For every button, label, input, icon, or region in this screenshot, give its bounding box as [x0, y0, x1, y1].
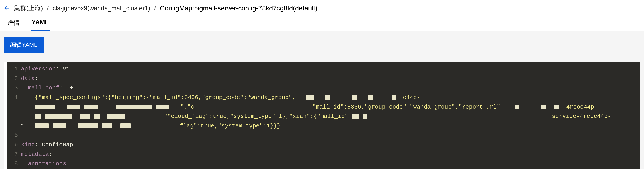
line-number — [7, 102, 21, 112]
redacted-block — [363, 114, 367, 119]
redacted-block — [67, 105, 80, 109]
redacted-block — [53, 123, 66, 128]
redacted-block — [156, 105, 169, 109]
redacted-block — [35, 123, 48, 128]
tab-yaml[interactable]: YAML — [31, 16, 50, 31]
redacted-block — [78, 123, 98, 128]
line-number: 2 — [7, 74, 21, 83]
redacted-block — [554, 105, 559, 109]
line-number: 3 — [7, 83, 21, 93]
code-line: 8 annotations: — [7, 159, 640, 169]
breadcrumb: 集群(上海) / cls-jgnev5x9(wanda_mall_cluster… — [0, 0, 644, 16]
redacted-block — [352, 114, 359, 119]
edit-yaml-button[interactable]: 编辑YAML — [4, 37, 44, 53]
breadcrumb-sep: / — [153, 5, 157, 12]
breadcrumb-sep: / — [46, 5, 50, 12]
line-number: 1 — [7, 64, 21, 74]
code-line-cont: ","c "mall_id":5336,"group_code":"wanda_… — [7, 102, 640, 112]
code-line: 1 apiVersion: v1 — [7, 64, 640, 74]
line-number: 6 — [7, 140, 21, 150]
redacted-block — [35, 105, 55, 109]
line-number: 7 — [7, 150, 21, 159]
redacted-block — [35, 114, 41, 119]
yaml-editor[interactable]: 1 apiVersion: v1 2 data: 3 mall.conf: |+… — [7, 62, 640, 169]
code-line: 4 {"mall_spec_configs":{"beijing":{"mall… — [7, 93, 640, 102]
redacted-block — [368, 95, 373, 100]
redacted-block — [392, 95, 396, 100]
line-number — [7, 121, 21, 131]
redacted-block — [116, 105, 152, 109]
code-line: 5 — [7, 131, 640, 140]
line-number: 8 — [7, 159, 21, 169]
breadcrumb-cluster[interactable]: cls-jgnev5x9(wanda_mall_cluster1) — [52, 5, 150, 12]
breadcrumb-current: ConfigMap:bigmall-server-config-78kd7cg8… — [160, 4, 318, 12]
back-arrow-icon[interactable] — [3, 4, 11, 12]
tab-detail[interactable]: 详情 — [6, 16, 20, 31]
redacted-block — [514, 105, 520, 109]
code-line-cont: ""cloud_flag":true,"system_type":1},"xia… — [7, 112, 640, 121]
redacted-block — [80, 114, 90, 119]
code-line: 2 data: — [7, 74, 640, 83]
redacted-block — [306, 95, 314, 100]
yaml-editor-wrap: 1 apiVersion: v1 2 data: 3 mall.conf: |+… — [4, 62, 640, 169]
redacted-block — [108, 114, 125, 119]
redacted-block — [84, 105, 98, 109]
redacted-block — [94, 114, 100, 119]
line-number: 5 — [7, 131, 21, 140]
code-line-cont: 1 _flag":true,"system_type":1}}} — [7, 121, 640, 131]
breadcrumb-region[interactable]: 集群(上海) — [14, 4, 43, 12]
redacted-block — [352, 95, 357, 100]
redacted-block — [325, 95, 330, 100]
redacted-block — [46, 114, 72, 119]
code-line: 6 kind: ConfigMap — [7, 140, 640, 150]
redacted-block — [102, 123, 112, 128]
line-number — [7, 112, 21, 121]
redacted-block — [120, 123, 130, 128]
content-area: 编辑YAML 1 apiVersion: v1 2 data: 3 mall.c… — [0, 31, 644, 169]
tab-bar: 详情 YAML — [0, 16, 644, 31]
code-line: 7 metadata: — [7, 150, 640, 159]
redacted-block — [541, 105, 546, 109]
code-line: 3 mall.conf: |+ — [7, 83, 640, 93]
line-number: 4 — [7, 93, 21, 102]
